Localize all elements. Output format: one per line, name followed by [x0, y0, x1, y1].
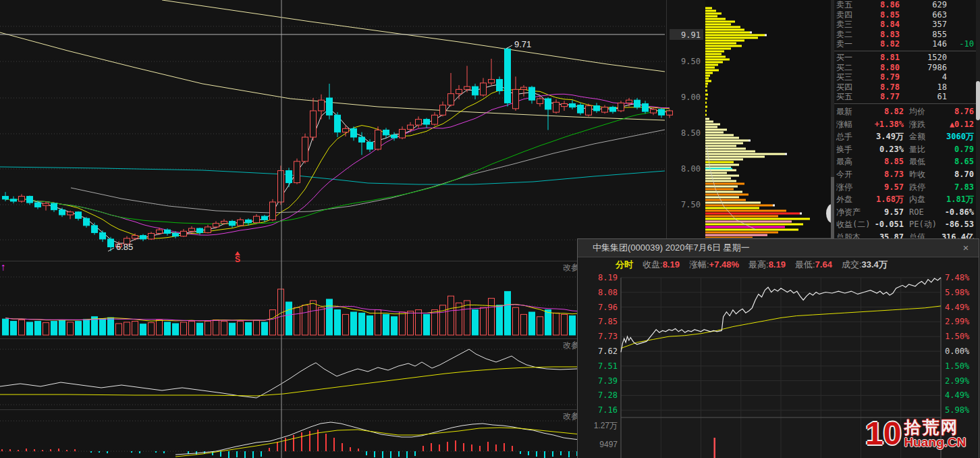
low-price-annotation: 6.85 [116, 242, 133, 252]
stat-row: 最高8.85最低8.65 [834, 155, 976, 168]
svg-text:1.50%: 1.50% [945, 332, 970, 341]
svg-text:8.08: 8.08 [598, 288, 618, 297]
ask-row[interactable]: 卖四8.85663 [834, 10, 976, 20]
ma8-line [5, 89, 670, 238]
ask-row[interactable]: 卖五8.86629 [834, 0, 976, 10]
svg-text:9.91: 9.91 [681, 30, 701, 40]
svg-text:5.98%: 5.98% [945, 288, 970, 297]
svg-text:7.85: 7.85 [598, 317, 618, 326]
price-axis-labels: 9.919.509.008.508.007.50 [670, 29, 703, 209]
svg-text:1.27万: 1.27万 [594, 421, 618, 430]
svg-text:9.50: 9.50 [681, 57, 701, 66]
svg-text:8.50: 8.50 [681, 128, 701, 138]
svg-text:4.49%: 4.49% [945, 390, 970, 400]
svg-text:7.39: 7.39 [598, 376, 618, 386]
svg-text:4.49%: 4.49% [945, 303, 970, 312]
sell-signal-marker: S [235, 255, 240, 264]
stat-row: 最新8.82均价8.76 [834, 105, 976, 118]
svg-text:7.48%: 7.48% [945, 273, 970, 282]
svg-text:7.50: 7.50 [681, 200, 701, 209]
indicator3-yellow-line [0, 366, 665, 396]
popup-title-bar[interactable]: 中集集团(000039) 2020年7月6日 星期一 × [578, 239, 979, 257]
quote-scrollbar-thumb[interactable] [976, 81, 980, 120]
ask-row[interactable]: 卖一8.82146-10 [834, 39, 976, 49]
popup-title: 中集集团(000039) 2020年7月6日 星期一 [593, 239, 960, 257]
watermark-logo: 10 拾荒网 Huang.CN [865, 415, 966, 453]
svg-text:7.16: 7.16 [598, 405, 618, 415]
ma3-line [5, 84, 670, 243]
stat-row: 外盘1.68万内盘1.81万 [834, 193, 976, 206]
bid-row[interactable]: 买一8.811520 [834, 53, 976, 63]
chip-distribution-panel[interactable] [705, 0, 831, 238]
order-book-divider [834, 51, 976, 51]
stat-row: 涨幅+1.38%涨跌▲0.12 [834, 118, 976, 131]
svg-text:7.28: 7.28 [598, 390, 618, 400]
stat-row: 换手0.23%量比0.79 [834, 143, 976, 156]
svg-text:0.00%: 0.00% [945, 347, 970, 356]
watermark-number: 10 [865, 415, 901, 453]
svg-text:8.19: 8.19 [598, 273, 618, 282]
bid-row[interactable]: 买二8.807986 [834, 63, 976, 73]
indicator4-histogram [1, 430, 659, 458]
tab-intraday[interactable]: 分时 [616, 257, 633, 272]
cyan-ma-line [0, 167, 665, 184]
svg-text:5.98%: 5.98% [945, 405, 970, 415]
ask-row[interactable]: 卖三8.84357 [834, 20, 976, 30]
intraday-info-row: 分时收盘:8.19涨幅:+7.48%最高:8.19最低:7.64成交:33.4万 [578, 257, 979, 272]
stat-row: 净资产9.57ROE-0.86% [834, 206, 976, 219]
order-book-divider [834, 103, 976, 104]
svg-text:2.99%: 2.99% [945, 376, 970, 386]
bid-row[interactable]: 买四8.7818 [834, 82, 976, 93]
intraday-stat: 最低:7.64 [795, 257, 832, 272]
stat-row: 总手3.49万金额3060万 [834, 130, 976, 143]
svg-text:7.51: 7.51 [598, 361, 618, 371]
long-ma2-line [162, 0, 665, 72]
svg-text:2.99%: 2.99% [945, 317, 970, 326]
svg-text:7.73: 7.73 [598, 332, 618, 341]
watermark-site-name: 拾荒网 [904, 418, 966, 436]
stat-row: 收益(二)-0.051PE(动)-86.53 [834, 218, 976, 231]
stock-trading-terminal: 9.919.509.008.508.007.509.716.85S 改参数 改参… [0, 0, 980, 458]
intraday-stat: 涨幅:+7.48% [689, 257, 739, 272]
svg-text:8.00: 8.00 [681, 164, 701, 174]
chip-distribution-canvas [705, 0, 831, 238]
close-icon[interactable]: × [960, 239, 972, 257]
chip-bars-group [705, 7, 810, 239]
svg-text:1.50%: 1.50% [945, 361, 970, 371]
watermark-domain: Huang.CN [904, 436, 966, 449]
chip-scroll-handle [826, 204, 831, 223]
volume-bars-group [3, 289, 673, 335]
indicator3-white-line [0, 349, 665, 398]
ask-row[interactable]: 卖二8.83855 [834, 30, 976, 40]
intraday-stat: 成交:33.4万 [842, 257, 888, 272]
intraday-stat: 收盘:8.19 [643, 257, 680, 272]
intraday-stat: 最高:8.19 [748, 257, 786, 272]
intraday-volume-spike [713, 438, 715, 458]
order-book-panel: 卖五8.86629卖四8.85663卖三8.84357卖二8.83855卖一8.… [834, 0, 976, 238]
quote-panel-scrollbar[interactable] [976, 0, 980, 238]
svg-text:9.00: 9.00 [681, 93, 701, 102]
high-price-annotation: 9.71 [514, 39, 531, 49]
svg-text:9497: 9497 [599, 440, 618, 449]
svg-text:7.96: 7.96 [598, 303, 618, 312]
bid-row[interactable]: 买五8.7761 [834, 92, 976, 102]
buy-signal-arrow-icon: ↑ [1, 261, 6, 272]
stat-row: 今开8.73昨收8.70 [834, 168, 976, 181]
bid-row[interactable]: 买三8.794 [834, 72, 976, 82]
stat-row: 涨停9.57跌停7.83 [834, 181, 976, 194]
svg-text:7.62: 7.62 [598, 347, 618, 356]
